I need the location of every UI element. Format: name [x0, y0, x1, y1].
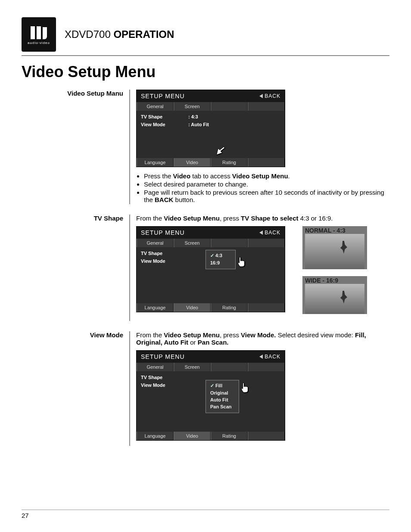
back-icon	[259, 94, 263, 98]
back-icon	[259, 355, 263, 359]
pointer-hand-icon	[235, 255, 248, 268]
bottom-tab-language[interactable]: Language	[137, 303, 174, 312]
bottom-tab-empty	[248, 158, 285, 167]
bottom-tab-video[interactable]: Video	[174, 303, 211, 312]
brand-logo: audio·video	[22, 17, 56, 52]
pointer-hand-icon	[238, 381, 251, 394]
section-tv-shape: TV Shape From the Video Setup Menu, pres…	[22, 215, 389, 321]
view-mode-dropdown[interactable]: Fill Original Auto Fit Pan Scan	[206, 380, 239, 413]
aspect-thumbnails: NORMAL - 4:3 WIDE - 16:9	[302, 226, 367, 321]
row-label: View Mode	[141, 122, 171, 127]
row-label: TV Shape	[141, 251, 171, 256]
tab-screen[interactable]: Screen	[174, 363, 211, 371]
dropdown-option[interactable]: Auto Fit	[209, 396, 234, 403]
dropdown-option[interactable]: 16:9	[209, 259, 230, 266]
row-label: TV Shape	[141, 114, 171, 119]
brand-logo-subtext: audio·video	[28, 41, 50, 45]
thumb-normal-43: NORMAL - 4:3	[302, 226, 367, 269]
bottom-tab-rating[interactable]: Rating	[211, 158, 248, 167]
row-value: : 4:3	[188, 114, 198, 119]
tv-shape-dropdown[interactable]: 4:3 16:9	[206, 250, 236, 269]
list-item: Page will return back to previous screen…	[144, 189, 389, 203]
setup-menu-title: SETUP MENU	[141, 229, 185, 236]
section-view-mode: View Mode From the Video Setup Menu, pre…	[22, 331, 389, 446]
pointer-icon	[214, 144, 227, 157]
section-heading: Video Setup Manu	[22, 90, 129, 204]
tab-empty	[211, 363, 248, 371]
bottom-tab-rating[interactable]: Rating	[211, 432, 248, 440]
tab-empty	[211, 239, 248, 247]
dropdown-option[interactable]: Original	[209, 389, 234, 396]
bottom-tab-empty	[248, 432, 285, 440]
list-item: Select desired parameter to change.	[144, 180, 389, 188]
row-label: View Mode	[141, 258, 171, 264]
instruction-text: From the Video Setup Menu, press TV Shap…	[136, 215, 389, 222]
tab-general[interactable]: General	[137, 363, 174, 371]
back-icon	[259, 230, 263, 235]
row-label: TV Shape	[141, 375, 171, 380]
instruction-list: Press the Video tab to access Video Setu…	[144, 172, 389, 203]
bottom-tab-video[interactable]: Video	[174, 432, 211, 440]
header-model: XDVD700	[65, 28, 111, 40]
bottom-tab-rating[interactable]: Rating	[211, 303, 248, 312]
section-heading: View Mode	[22, 331, 129, 446]
tab-general[interactable]: General	[137, 102, 174, 111]
tab-empty	[248, 239, 285, 247]
instruction-text: From the Video Setup Menu, press View Mo…	[136, 331, 389, 346]
tab-general[interactable]: General	[137, 239, 174, 247]
back-button[interactable]: BACK	[259, 229, 280, 236]
dropdown-option[interactable]: Fill	[209, 382, 234, 389]
back-button[interactable]: BACK	[259, 93, 280, 100]
setup-menu-title: SETUP MENU	[141, 353, 185, 360]
back-button[interactable]: BACK	[259, 353, 280, 360]
setup-menu-screenshot-1: SETUP MENU BACK General Screen TV Shape:…	[136, 90, 285, 167]
setup-menu-screenshot-2: SETUP MENU BACK General Screen TV Shape …	[136, 226, 285, 312]
bottom-tab-language[interactable]: Language	[137, 432, 174, 440]
dropdown-option[interactable]: Pan Scan	[209, 403, 234, 410]
page-header: audio·video XDVD700 OPERATION	[22, 17, 389, 52]
tab-empty	[211, 102, 248, 111]
tab-empty	[248, 363, 285, 371]
setup-menu-screenshot-3: SETUP MENU BACK General Screen TV Shape …	[136, 350, 285, 441]
header-title: XDVD700 OPERATION	[65, 28, 174, 40]
bottom-tab-language[interactable]: Language	[137, 158, 174, 167]
list-item: Press the Video tab to access Video Setu…	[144, 172, 389, 180]
header-word: OPERATION	[113, 28, 174, 40]
row-value: : Auto Fit	[188, 122, 209, 127]
bottom-tab-empty	[248, 303, 285, 312]
setup-menu-title: SETUP MENU	[141, 93, 185, 100]
tab-screen[interactable]: Screen	[174, 239, 211, 247]
thumb-wide-169: WIDE - 16:9	[302, 276, 367, 314]
section-heading: TV Shape	[22, 215, 129, 321]
tab-empty	[248, 102, 285, 111]
section-video-setup-manu: Video Setup Manu SETUP MENU BACK General…	[22, 90, 389, 204]
row-label: View Mode	[141, 383, 171, 388]
header-divider	[22, 55, 389, 56]
dropdown-option[interactable]: 4:3	[209, 252, 230, 259]
page-title: Video Setup Menu	[22, 63, 389, 81]
bottom-tab-video[interactable]: Video	[174, 158, 211, 167]
tab-screen[interactable]: Screen	[174, 102, 211, 111]
